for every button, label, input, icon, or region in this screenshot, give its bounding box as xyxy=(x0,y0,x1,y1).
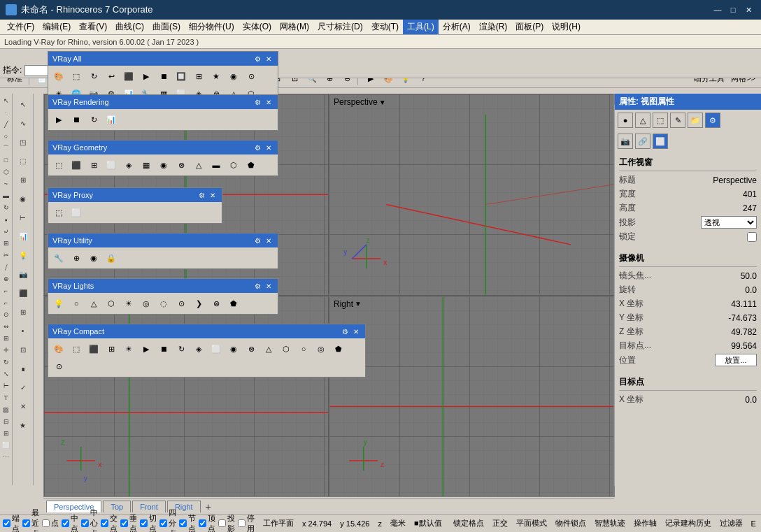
ft-proxy-1[interactable]: ⬚ xyxy=(50,204,67,221)
ft-vray-proxy-gear[interactable]: ⚙ xyxy=(197,190,206,200)
ft-geo-11[interactable]: ⬡ xyxy=(225,157,242,173)
ft-btn-9[interactable]: ⊞ xyxy=(190,68,207,85)
ft-compact-11[interactable]: ◉ xyxy=(225,340,242,357)
ft-vray-proxy-title[interactable]: VRay Proxy ⚙ ✕ xyxy=(48,188,222,202)
ft-vray-compact-title[interactable]: VRay Compact ⚙ ✕ xyxy=(48,324,365,338)
ft-compact-14[interactable]: ⬡ xyxy=(278,340,294,357)
ls-point[interactable]: · xyxy=(1,107,12,118)
ft-geo-12[interactable]: ⬟ xyxy=(243,157,259,173)
rp-icon-settings[interactable]: ⚙ xyxy=(705,113,720,128)
ls2-solid[interactable]: ⬚ xyxy=(14,152,32,170)
ls-poly[interactable]: ⬡ xyxy=(1,166,12,178)
ft-vray-all-gear[interactable]: ⚙ xyxy=(253,54,262,64)
smart-track[interactable]: 智慧轨迹 xyxy=(592,518,628,529)
object-snap[interactable]: 物件锁点 xyxy=(553,518,589,529)
ls-dim[interactable]: ⊢ xyxy=(1,380,12,391)
ft-compact-1[interactable]: 🎨 xyxy=(50,340,67,357)
ft-btn-10[interactable]: ★ xyxy=(208,68,225,85)
rp-icon-color[interactable]: ● xyxy=(618,113,633,128)
ft-rend-1[interactable]: ▶ xyxy=(50,111,67,128)
ls2-transform[interactable]: ↖ xyxy=(14,95,32,113)
ls2-analysis[interactable]: 📊 xyxy=(14,227,32,245)
ls-join[interactable]: ⊕ xyxy=(1,273,12,285)
maximize-button[interactable]: □ xyxy=(726,3,740,17)
ls2-light[interactable]: 💡 xyxy=(14,246,32,264)
ls-select[interactable]: ↖ xyxy=(1,95,12,106)
ls-hatch[interactable]: ▨ xyxy=(1,404,12,415)
minimize-button[interactable]: — xyxy=(711,3,725,17)
ft-vray-lights-close[interactable]: ✕ xyxy=(264,281,273,291)
ft-geo-5[interactable]: ◈ xyxy=(120,157,137,173)
menu-view[interactable]: 查看(V) xyxy=(75,20,111,34)
snap-center-cb[interactable] xyxy=(81,519,89,527)
ft-compact-17[interactable]: ⬟ xyxy=(330,340,347,357)
ft-compact-2[interactable]: ⬚ xyxy=(68,340,85,357)
gumball[interactable]: 操作轴 xyxy=(631,518,660,529)
ls-group[interactable]: ⊞ xyxy=(1,428,12,439)
ls2-surface[interactable]: ◳ xyxy=(14,133,32,151)
rp-icon-rect[interactable]: ⬜ xyxy=(653,134,668,149)
ft-rend-4[interactable]: 📊 xyxy=(103,111,120,128)
ft-geo-7[interactable]: ◉ xyxy=(155,157,172,173)
ft-geo-4[interactable]: ⬜ xyxy=(103,157,120,173)
menu-surface[interactable]: 曲面(S) xyxy=(148,20,185,34)
ft-lights-10[interactable]: ⊗ xyxy=(208,295,225,312)
ft-compact-18[interactable]: ⊙ xyxy=(50,358,67,375)
menu-analysis[interactable]: 分析(A) xyxy=(439,20,475,34)
ls2-grid2[interactable]: ⊞ xyxy=(14,303,32,321)
snap-proj[interactable]: 投影 xyxy=(218,513,235,533)
ft-rend-2[interactable]: ⏹ xyxy=(68,111,85,128)
close-button[interactable]: ✕ xyxy=(741,3,755,17)
menu-solid[interactable]: 实体(O) xyxy=(239,20,276,34)
menu-file[interactable]: 文件(F) xyxy=(3,20,38,34)
ft-vray-rend-close[interactable]: ✕ xyxy=(264,97,273,107)
ls-split[interactable]: ⧸ xyxy=(1,261,12,273)
ft-lights-7[interactable]: ◌ xyxy=(155,295,172,312)
ls2-plane[interactable]: ⊡ xyxy=(14,340,32,359)
ft-compact-12[interactable]: ⊗ xyxy=(243,340,259,357)
ls-spline[interactable]: ~ xyxy=(1,178,12,189)
ls2-check[interactable]: ✓ xyxy=(14,378,32,396)
ft-vray-all-close[interactable]: ✕ xyxy=(264,54,273,64)
ft-geo-3[interactable]: ⊞ xyxy=(85,157,102,173)
ft-btn-12[interactable]: ⊙ xyxy=(243,68,259,85)
ls-boolean[interactable]: ⊙ xyxy=(1,309,12,320)
menu-panel[interactable]: 面板(P) xyxy=(511,20,548,34)
snap-intersect[interactable]: 交点 xyxy=(101,513,118,533)
ft-compact-8[interactable]: ↻ xyxy=(173,340,190,357)
snap-mid[interactable]: 中点 xyxy=(62,513,78,533)
menu-edit[interactable]: 编辑(E) xyxy=(38,20,75,34)
snap-endpoint[interactable]: 端点 xyxy=(3,513,20,533)
snap-knot[interactable]: 节点 xyxy=(179,513,196,533)
snap-disable[interactable]: 停用 xyxy=(238,513,255,533)
snap-perp-cb[interactable] xyxy=(120,519,128,527)
snap-knot-cb[interactable] xyxy=(179,519,187,527)
ft-btn-4[interactable]: ↩ xyxy=(103,68,120,85)
ls2-render[interactable]: ◉ xyxy=(14,189,32,208)
ft-compact-6[interactable]: ▶ xyxy=(138,340,155,357)
snap-disable-cb[interactable] xyxy=(238,519,246,527)
ls-fillet[interactable]: ⌐ xyxy=(1,285,12,296)
rp-projection-select[interactable]: 透视 平行 xyxy=(701,216,757,229)
ft-compact-15[interactable]: ○ xyxy=(295,340,312,357)
ls-revolve[interactable]: ↻ xyxy=(1,202,12,213)
ft-vray-geo-title[interactable]: VRay Geometry ⚙ ✕ xyxy=(48,141,278,154)
ls-mirror[interactable]: ⇔ xyxy=(1,321,12,332)
vp-tr-label[interactable]: Perspective ▼ xyxy=(334,97,386,107)
ft-vray-util-gear[interactable]: ⚙ xyxy=(253,236,262,245)
lock-grid[interactable]: 锁定格点 xyxy=(450,518,487,529)
ft-vray-rend-title[interactable]: VRay Rendering ⚙ ✕ xyxy=(48,95,278,109)
snap-quad[interactable]: 四分点 xyxy=(159,508,176,532)
ft-lights-9[interactable]: ❯ xyxy=(190,295,207,312)
snap-perp[interactable]: 垂点 xyxy=(120,513,137,533)
ls-loft[interactable]: ⬧ xyxy=(1,214,12,225)
ft-vray-util-close[interactable]: ✕ xyxy=(264,236,273,245)
ls-layer[interactable]: ⊟ xyxy=(1,416,12,427)
ft-btn-1[interactable]: 🎨 xyxy=(50,68,67,85)
ft-compact-3[interactable]: ⬛ xyxy=(85,340,102,357)
ft-geo-6[interactable]: ▦ xyxy=(138,157,155,173)
rp-icon-material[interactable]: ✎ xyxy=(670,113,685,128)
plane-mode[interactable]: 平面模式 xyxy=(513,518,550,529)
menu-subdivide[interactable]: 细分物件(U) xyxy=(185,20,239,34)
ls-move[interactable]: ✛ xyxy=(1,345,12,356)
